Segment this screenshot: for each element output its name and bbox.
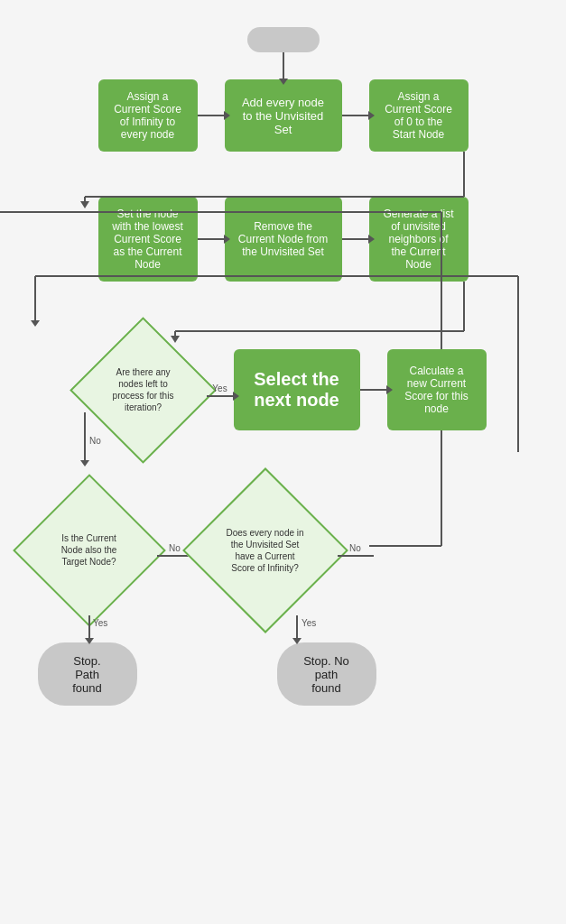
set-lowest-node: Set the node with the lowest Current Sco… [98,197,198,282]
routing-space-4: Yes Yes [22,615,545,642]
row-2: Set the node with the lowest Current Sco… [22,197,545,282]
remove-current-node: Remove the Current Node from the Unvisit… [225,197,342,282]
routing-space-3b: No [22,457,545,485]
routing-space-2 [22,282,545,331]
calculate-score-node: Calculate a new Current Score for this n… [387,349,487,430]
stop-no-path: Stop. No path found [277,642,376,706]
arrow-start-to-row1 [283,52,284,79]
svg-text:Yes: Yes [302,618,316,628]
row-4: Is the Current Node also the Target Node… [22,485,545,615]
add-unvisited-node: Add every node to the Unvisited Set [225,79,342,152]
no-label-row4b: No [349,543,361,553]
start-node [247,27,320,52]
svg-text:No: No [89,436,101,446]
routing-space-3a [22,448,545,457]
diamond-current-target: Is the Current Node also the Target Node… [22,487,157,614]
stop-path-found: Stop. Path found [38,642,137,706]
yes-label-row3: Yes [212,383,227,393]
routing-svg-1 [22,152,545,197]
no-label-row4: No [169,543,181,553]
svg-marker-14 [80,460,89,467]
assign-infinity-node: Assign a Current Score of Infinity to ev… [98,79,198,152]
diamond-any-nodes: Are there any nodes left to process for … [80,331,207,448]
routing-svg-2 [22,282,545,331]
routing-back-svg [369,546,459,555]
assign-zero-node: Assign a Current Score of 0 to the Start… [369,79,469,152]
row-5: Stop. Path found Stop. No path found [22,642,545,706]
select-next-node: Select the next node [234,349,360,430]
generate-list-node: Generate a list of unvisited neighbors o… [369,197,469,282]
row-3: Are there any nodes left to process for … [22,331,545,448]
routing-space-1 [22,152,545,197]
row-1: Assign a Current Score of Infinity to ev… [22,79,545,152]
svg-text:Yes: Yes [93,618,107,628]
flowchart-diagram: Assign a Current Score of Infinity to ev… [22,18,545,724]
diamond-all-infinity: Does every node in the Unvisited Set hav… [193,485,338,615]
routing-svg-4: Yes Yes [22,615,527,642]
